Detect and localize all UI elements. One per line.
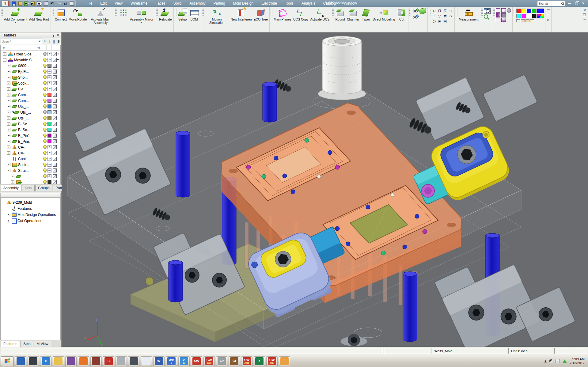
color-swatch[interactable] [516, 19, 520, 22]
layer-swatch-icon[interactable] [47, 180, 51, 184]
tree-row[interactable]: - Movable Si... ↶ → [1, 57, 60, 63]
tree-row[interactable]: + Cam... → [1, 98, 60, 104]
layer-swatch-icon[interactable]: ↶ [47, 70, 51, 74]
visibility-bulb-icon[interactable] [42, 87, 47, 91]
line-width-icon[interactable]: ≡ [547, 8, 550, 12]
tree-row[interactable]: + Uts_... → [1, 115, 60, 121]
taskbar-clock[interactable]: 9:09 AM 7/13/2017 [570, 357, 585, 365]
zw3d-logo-icon[interactable]: 3 [2, 1, 9, 6]
tolerance-icon[interactable]: ▽ [437, 13, 442, 18]
table-icon[interactable]: ▤ [442, 19, 448, 24]
tree-row[interactable]: + CA-... ↶ → [1, 150, 60, 156]
nav-forward-icon[interactable]: ⇨ [37, 46, 40, 50]
regen-box-icon[interactable] [53, 134, 57, 138]
menu-analysis[interactable]: Analysis [298, 1, 319, 6]
move-rotate-button[interactable]: Move/Rotate ▾ [68, 8, 88, 25]
tree-row[interactable]: + EjeE... ↶ → [1, 69, 60, 74]
visibility-bulb-icon[interactable] [42, 168, 47, 173]
tree-expander[interactable]: + [7, 146, 10, 149]
hidden-line-cube-icon[interactable] [501, 8, 506, 13]
regen-box-icon[interactable] [53, 110, 57, 114]
regen-box-icon[interactable] [53, 99, 57, 103]
taskbar-app-solidworks[interactable]: SW [191, 356, 202, 366]
ref-dim-icon[interactable]: ↔ [448, 8, 453, 13]
undo-button[interactable]: ↶▾ [50, 1, 55, 6]
taskbar-app-e-app[interactable]: e12 [178, 356, 190, 366]
taskbar-app-internet-explorer[interactable]: e [40, 356, 51, 366]
setup-button[interactable]: Setup ▾ [177, 8, 188, 21]
manager-tree-row[interactable]: + Cut Operations [1, 218, 60, 224]
tree-expander[interactable]: - [3, 58, 6, 62]
taskbar-app-filezilla[interactable]: FZ [103, 356, 114, 366]
menu-file[interactable]: File [83, 1, 96, 6]
restore-button[interactable] [575, 2, 578, 5]
tree-row[interactable]: + CA-... ↶ → [1, 144, 60, 150]
tree-expander[interactable]: + [7, 140, 10, 143]
tree-expander[interactable]: + [7, 163, 10, 166]
activate-ucs-button[interactable]: Activate UCS ▾ [309, 8, 330, 21]
assembly-mirror-button[interactable]: Assembly Mirror ▾ [129, 8, 154, 24]
clear-search-icon[interactable]: × [39, 40, 40, 43]
open-button[interactable] [17, 1, 23, 6]
tree-expander[interactable]: + [7, 93, 10, 96]
bars-filter-icon[interactable]: ‖ [52, 40, 56, 43]
visibility-bulb-icon[interactable] [42, 162, 47, 167]
magenta-cylinder[interactable] [422, 184, 434, 197]
filter-arrow-icon[interactable]: ↳ [43, 40, 47, 43]
tree-row[interactable]: + 0809... → [1, 63, 60, 69]
wireframe-cube-icon[interactable] [496, 8, 500, 13]
regen-box-icon[interactable] [53, 93, 57, 97]
tray-pen-icon[interactable] [549, 359, 553, 363]
layer-swatch-icon[interactable]: ↶ [47, 163, 51, 167]
split-scissors-icon[interactable] [412, 14, 418, 20]
layer-swatch-icon[interactable] [47, 110, 51, 114]
color-swatch[interactable] [521, 19, 525, 22]
tree-row[interactable]: + Eje_... ↶ → [1, 86, 60, 92]
layer-swatch-icon[interactable]: ↶ [47, 151, 51, 155]
insert-arrow-icon[interactable]: → [57, 58, 60, 62]
tree-row[interactable]: + ↶ → [1, 173, 60, 179]
active-color-swatch[interactable] [537, 9, 544, 13]
tree-row[interactable]: + Uts_... → [1, 104, 60, 109]
visibility-bulb-icon[interactable] [42, 139, 47, 144]
regen-box-icon[interactable] [53, 75, 57, 79]
visibility-bulb-icon[interactable] [42, 174, 47, 179]
tree-expander[interactable]: + [7, 81, 10, 85]
tree-expander[interactable]: + [3, 52, 6, 56]
relocate-button[interactable]: Relocate ▾ [158, 8, 173, 21]
tree-expander[interactable]: + [7, 87, 10, 91]
layer-swatch-icon[interactable] [47, 116, 51, 120]
solid-cube-icon[interactable] [501, 13, 506, 17]
tree-row[interactable]: + Cam... → [1, 92, 60, 98]
tree-expander[interactable]: + [7, 76, 10, 79]
regen-box-icon[interactable] [53, 70, 57, 74]
regen-box-icon[interactable] [53, 174, 57, 178]
rainbow-picker-swatch[interactable] [537, 14, 544, 18]
taskbar-app-solidworks-2015[interactable]: SW2015 [203, 356, 215, 366]
regen-box-icon[interactable] [53, 104, 57, 108]
color-swatch[interactable] [516, 14, 521, 18]
transparent-cube-icon[interactable] [496, 18, 500, 22]
regen-box-icon[interactable] [53, 128, 57, 132]
eco-tree-button[interactable]: ECO Tree ▾ [252, 8, 269, 25]
surface-icon[interactable] [419, 8, 427, 14]
tree-row[interactable]: - Strai... ↶ → [1, 168, 60, 173]
taskbar-app-firefox[interactable] [78, 356, 89, 366]
circle-dim-icon[interactable]: ○ [431, 19, 437, 24]
layer-swatch-icon[interactable]: ↶ [47, 81, 51, 85]
line-style-icon[interactable]: ┄ [547, 13, 549, 17]
color-swatch[interactable] [530, 19, 534, 22]
menu-assembly[interactable]: Assembly [186, 1, 209, 6]
taskbar-app-window-app[interactable] [15, 356, 26, 366]
pin-icon[interactable]: ┳ [52, 33, 55, 37]
add-component-button[interactable]: Add Component ▾ [3, 8, 28, 24]
activate-main-assembly-button[interactable]: Activate Main Assembly ▾ [88, 8, 113, 25]
new-interference-button[interactable]: New Interferen ▾ [230, 8, 253, 25]
measurement-button[interactable]: Measurement ▾ [458, 8, 479, 21]
regen-box-icon[interactable] [53, 180, 57, 184]
taskbar-app-solidworks-2016[interactable]: SW2016 [241, 356, 252, 366]
layer-swatch-icon[interactable]: ↶ [47, 75, 51, 79]
layer-swatch-icon[interactable]: ↶ [47, 157, 51, 161]
tree-expander[interactable]: + [7, 105, 10, 108]
round-button[interactable]: Round ▾ [334, 8, 346, 21]
